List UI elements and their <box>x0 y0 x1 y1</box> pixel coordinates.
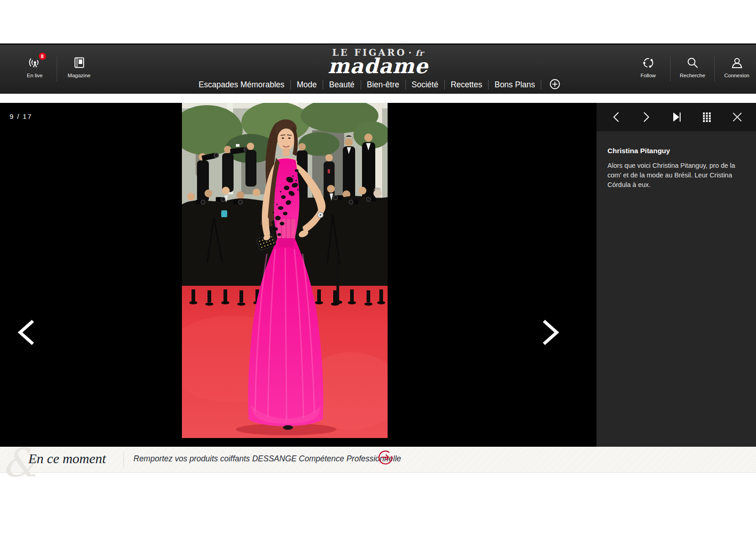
header-divider <box>714 57 715 81</box>
photo-gallery: 9 / 17 <box>0 103 756 447</box>
header-right-modules: Follow Recherche <box>634 56 751 82</box>
nav-item-bien-etre[interactable]: Bien-être <box>361 80 405 90</box>
gallery-stage: 9 / 17 <box>0 103 596 447</box>
grid-view-icon[interactable] <box>699 109 715 125</box>
live-broadcast-icon: 8 <box>29 56 41 70</box>
live-count-badge: 8 <box>39 53 46 60</box>
magazine-icon <box>73 56 85 70</box>
nav-more-button[interactable] <box>547 79 563 91</box>
nav-item-recettes[interactable]: Recettes <box>445 80 488 90</box>
nav-item-bons-plans[interactable]: Bons Plans <box>489 80 541 90</box>
gallery-sidebar: Christina Pitanguy Alors que voici Chris… <box>596 103 756 447</box>
gallery-photo[interactable] <box>182 103 388 438</box>
circle-plus-icon <box>549 79 560 91</box>
page: 8 En live Magazine LE FIGARO · <box>0 0 756 540</box>
close-gallery-button[interactable] <box>729 109 745 125</box>
slideshow-play-icon[interactable] <box>669 109 685 125</box>
section-title: En ce moment <box>28 451 106 466</box>
bottom-bar-divider <box>123 452 124 467</box>
nav-separator <box>541 80 541 90</box>
caption-title: Christina Pitanguy <box>607 147 743 155</box>
follow-label: Follow <box>640 73 655 78</box>
search-icon <box>687 56 699 70</box>
en-live-label: En live <box>27 73 43 78</box>
search-button[interactable]: Recherche <box>678 56 707 82</box>
sidebar-previous-button[interactable] <box>608 109 624 125</box>
gallery-photo-illustration <box>182 103 388 438</box>
nav-item-escapades-memorables[interactable]: Escapades Mémorables <box>193 80 291 90</box>
sidebar-next-button[interactable] <box>639 109 654 125</box>
site-header: 8 En live Magazine LE FIGARO · <box>0 43 756 94</box>
login-label: Connexion <box>724 73 750 78</box>
nav-item-societe[interactable]: Société <box>406 80 444 90</box>
circle-arrow-right-icon <box>377 460 394 467</box>
header-divider <box>57 57 57 81</box>
next-photo-button[interactable] <box>540 319 560 346</box>
login-button[interactable]: Connexion <box>722 56 751 82</box>
gallery-toolbar <box>596 103 756 131</box>
follow-network-icon <box>642 56 655 70</box>
previous-photo-button[interactable] <box>16 319 37 346</box>
promo-link[interactable]: Remportez vos produits coiffants DESSANG… <box>133 454 401 464</box>
photo-counter: 9 / 17 <box>10 112 32 120</box>
header-divider <box>670 57 671 81</box>
site-logo[interactable]: LE FIGARO · fr madame <box>328 47 428 75</box>
follow-button[interactable]: Follow <box>634 56 663 82</box>
bottom-bar: & En ce moment Remportez vos produits co… <box>0 447 756 473</box>
chevron-left-icon <box>16 340 37 347</box>
promo-arrow-button[interactable] <box>377 449 394 466</box>
logo-madame: madame <box>328 57 428 75</box>
photo-caption: Christina Pitanguy Alors que voici Chris… <box>596 131 756 190</box>
chevron-right-icon <box>540 340 560 347</box>
caption-description: Alors que voici Christina Pitanguy, pro … <box>607 161 741 190</box>
search-label: Recherche <box>680 73 705 78</box>
user-icon <box>731 56 743 70</box>
nav-item-beaute[interactable]: Beauté <box>323 80 360 90</box>
nav-item-mode[interactable]: Mode <box>291 80 323 90</box>
magazine-label: Magazine <box>68 73 91 78</box>
